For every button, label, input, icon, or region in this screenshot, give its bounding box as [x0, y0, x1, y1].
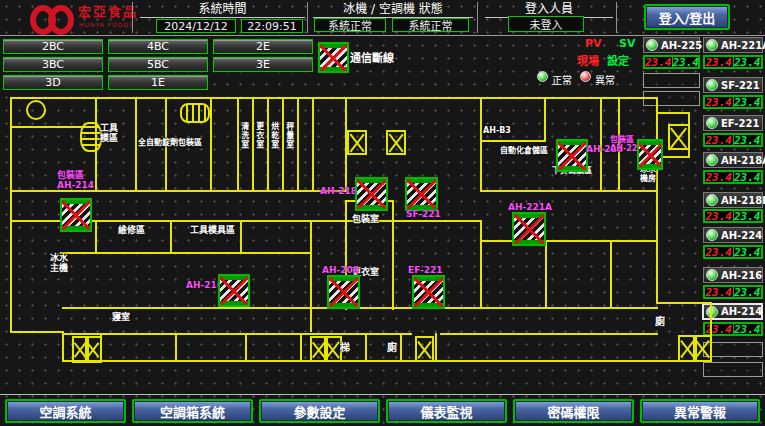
room-label: 工具 模區	[100, 124, 118, 144]
unit-ah-221a-values: 23.4 23.4	[703, 55, 763, 69]
sv-value: 23.4	[673, 57, 700, 67]
floor-button-3e[interactable]: 3E	[213, 57, 313, 72]
unit-name: AH-221A	[721, 40, 765, 51]
device-label-ef-221: EF-221	[408, 265, 443, 275]
room-label: 清洗室	[239, 122, 248, 149]
room-label: 自動化倉儲區	[500, 147, 548, 156]
room-label: 梯	[340, 342, 350, 353]
unit-sf-221[interactable]: SF-221	[703, 77, 763, 93]
divider	[132, 2, 133, 33]
pv-value: 23.4	[705, 57, 734, 67]
device-marker-ah-214[interactable]	[60, 198, 92, 232]
header-bar: 宏亞食品 HUNYA FOODS 系統時間 2024/12/12 22:09:5…	[0, 0, 765, 35]
logo-subtitle: HUNYA FOODS	[79, 21, 134, 28]
room-label: 烘乾室	[269, 122, 278, 149]
machine-status-label: 冰機 / 空調機 狀態	[313, 3, 473, 16]
empty-slot	[643, 73, 700, 88]
abnormal-lamp-icon	[580, 71, 591, 82]
unit-ah-221a[interactable]: AH-221A	[703, 37, 763, 53]
device-marker-ef-221[interactable]	[412, 275, 445, 309]
system-time-label: 系統時間	[140, 3, 305, 16]
sv-name-label: 設定	[607, 52, 629, 68]
sv-value: 23.4	[734, 57, 762, 67]
shaft-icon	[85, 336, 102, 363]
nav-separator	[0, 394, 765, 395]
system-time-value: 22:09:51	[241, 19, 303, 33]
shaft-icon	[668, 124, 690, 150]
room-label: 包裝室	[352, 215, 379, 225]
floor-button-3d[interactable]: 3D	[3, 75, 103, 90]
normal-lamp-icon	[537, 71, 548, 82]
device-marker-ah-216[interactable]	[218, 274, 250, 307]
nav-hvac-system[interactable]: 空調系統	[5, 399, 126, 423]
floor-button-4bc[interactable]: 4BC	[108, 39, 208, 54]
stair-icon	[180, 103, 210, 123]
ahu-status-value: 系統正常	[392, 18, 469, 32]
unit-name: SF-221	[721, 80, 760, 91]
shaft-icon	[693, 335, 712, 362]
divider	[307, 2, 308, 33]
pv-name-label: 現場	[577, 52, 599, 68]
stair-icon	[26, 100, 46, 120]
pv-label: PV	[585, 37, 602, 50]
sv-label: SV	[619, 37, 635, 50]
logo-title: 宏亞食品	[78, 5, 138, 19]
floor-button-5bc[interactable]: 5BC	[108, 57, 208, 72]
device-marker-sf-221[interactable]	[405, 177, 438, 211]
abnormal-label: 異常	[595, 72, 615, 87]
login-person-label: 登入人員	[485, 3, 613, 16]
room-label: 秤量室	[284, 122, 293, 149]
room-label: 更衣室	[254, 122, 263, 149]
room-label: 冰水 主機	[50, 254, 68, 274]
room-label: 維修區	[118, 226, 145, 236]
device-label-sf-221: SF-221	[406, 209, 441, 219]
device-marker-ah-208[interactable]	[327, 275, 360, 309]
status-lamp-icon	[706, 79, 718, 91]
device-marker-ah-224[interactable]	[556, 139, 588, 172]
floor-button-1e[interactable]: 1E	[108, 75, 208, 90]
divider	[616, 2, 617, 33]
pv-value: 23.4	[645, 57, 673, 67]
nav-ahu-system[interactable]: 空調箱系統	[132, 399, 253, 423]
divider	[140, 17, 305, 18]
shaft-icon	[386, 130, 406, 155]
device-marker-ah-218a[interactable]	[355, 177, 388, 211]
logo-ring-icon	[48, 5, 74, 35]
chiller-status-value: 系統正常	[314, 18, 386, 32]
nav-parameter-settings[interactable]: 參數設定	[259, 399, 380, 423]
nav-meter-monitor[interactable]: 儀表監視	[386, 399, 507, 423]
room-label: AH-B3	[483, 127, 511, 136]
device-marker-ah-221a[interactable]	[512, 212, 546, 246]
floor-plan: 工具 模區 全自動錠劑包裝區 清洗室 更衣室 烘乾室 秤量室 AH-B3 自動化…	[0, 93, 765, 394]
hmi-screen: { "header": { "logo_title": "宏亞食品", "log…	[0, 0, 765, 426]
device-label-ah-214: 包裝區 AH-214	[57, 170, 94, 191]
room-label: 寢室	[112, 313, 130, 323]
room-label: 工具模具區	[190, 226, 235, 236]
floor-button-2e[interactable]: 2E	[213, 39, 313, 54]
login-logout-button[interactable]: 登入/登出	[644, 4, 730, 30]
status-lamp-icon	[706, 39, 718, 51]
comm-lost-legend-label: 通信斷線	[350, 49, 394, 65]
system-date-value: 2024/12/12	[156, 19, 236, 33]
nav-password-permission[interactable]: 密碼權限	[513, 399, 634, 423]
device-label-ah-208: AH-208	[322, 265, 359, 275]
login-status-value: 未登入	[508, 16, 584, 32]
unit-name: AH-225	[661, 40, 702, 51]
room-label: 廁	[655, 316, 665, 327]
device-label-ah-221a: AH-221A	[508, 202, 552, 212]
nav-alarm[interactable]: 異常警報	[640, 399, 760, 423]
header-separator	[0, 35, 765, 36]
normal-label: 正常	[552, 72, 572, 87]
floor-button-2bc[interactable]: 2BC	[3, 39, 103, 54]
unit-ah-225[interactable]: AH-225	[643, 37, 700, 53]
shaft-icon	[415, 336, 434, 362]
divider	[477, 2, 478, 33]
device-marker-ah-225[interactable]	[637, 139, 663, 170]
shaft-icon	[347, 130, 367, 155]
stair-icon	[80, 122, 102, 152]
comm-lost-legend-icon	[318, 42, 349, 73]
company-logo	[30, 3, 74, 33]
floor-button-3bc[interactable]: 3BC	[3, 57, 103, 72]
room-label: 廁	[387, 342, 397, 353]
status-lamp-icon	[646, 39, 658, 51]
